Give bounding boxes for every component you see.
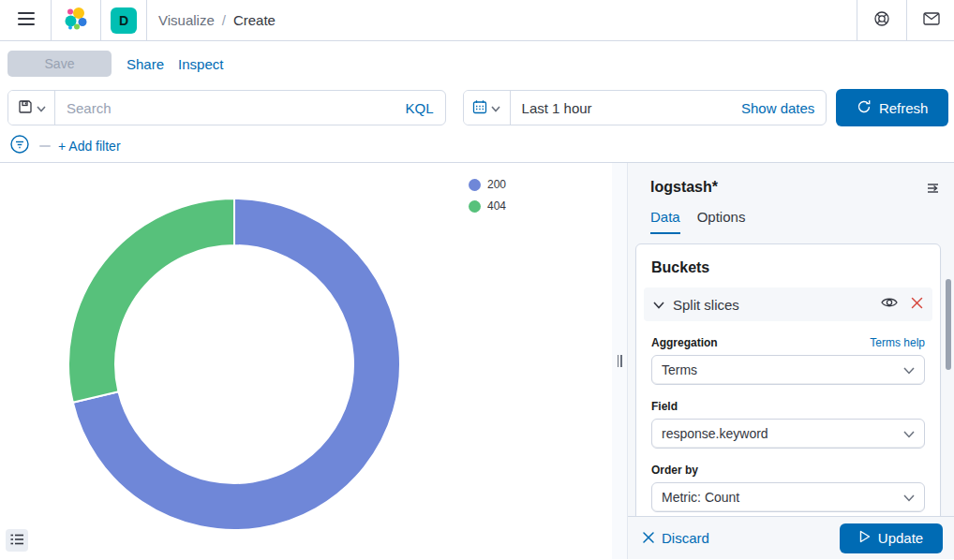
saved-query-floppy-icon: [18, 99, 33, 117]
calendar-icon: [472, 99, 487, 117]
inspect-button[interactable]: Inspect: [178, 56, 223, 72]
menu-button[interactable]: [11, 6, 41, 36]
terms-help-link[interactable]: Terms help: [870, 336, 925, 349]
sidebar-tabs: Data Options: [628, 209, 954, 234]
time-range-value[interactable]: Last 1 hour: [511, 91, 741, 125]
saved-query-menu-button[interactable]: [8, 91, 55, 125]
help-button[interactable]: [867, 6, 897, 36]
donut-chart: [0, 163, 612, 559]
time-picker-group: Last 1 hour Show dates: [463, 90, 827, 125]
order-by-label: Order by: [651, 464, 698, 477]
breadcrumb-separator: /: [222, 12, 226, 28]
divider: [100, 0, 101, 40]
refresh-button[interactable]: Refresh: [836, 89, 948, 126]
top-navigation-bar: D Visualize / Create: [0, 0, 954, 41]
header-chrome: D Visualize / Create: [0, 0, 954, 163]
save-button[interactable]: Save: [7, 51, 112, 77]
collapse-panel-icon: [926, 181, 941, 199]
refresh-label: Refresh: [879, 100, 929, 116]
chevron-down-icon[interactable]: [653, 296, 664, 313]
search-input[interactable]: [55, 91, 406, 125]
deployment-initial: D: [119, 13, 128, 28]
field-select[interactable]: response.keyword: [651, 419, 925, 449]
discard-button[interactable]: Discard: [643, 530, 709, 546]
elastic-logo: [64, 7, 88, 34]
field-label: Field: [651, 400, 678, 413]
chart-legend: 200404: [469, 178, 506, 221]
time-picker-menu-button[interactable]: [464, 91, 511, 125]
split-slices-actions: [881, 296, 923, 313]
chevron-down-icon: [491, 101, 500, 115]
scrollbar-thumb[interactable]: [946, 279, 951, 370]
split-slices-body: Aggregation Terms help Terms Field respo…: [644, 336, 932, 512]
filter-bar-row: + Add filter: [0, 129, 954, 162]
index-pattern-title: logstash*: [650, 179, 718, 195]
sidebar-scroll-area: Buckets Split slices: [628, 234, 954, 516]
share-button[interactable]: Share: [127, 56, 164, 72]
legend-item[interactable]: 404: [469, 199, 506, 213]
breadcrumb-visualize[interactable]: Visualize: [158, 12, 215, 28]
query-bar-row: KQL Last 1 hour Show dates: [0, 86, 954, 129]
close-x-icon: [643, 530, 654, 546]
aggregation-value: Terms: [662, 362, 697, 377]
breadcrumb: Visualize / Create: [158, 12, 276, 28]
kql-language-button[interactable]: KQL: [406, 91, 445, 125]
resize-grip-icon: [618, 355, 622, 367]
divider: [51, 0, 52, 40]
newsfeed-mail-icon: [923, 12, 940, 28]
chevron-down-icon: [903, 426, 915, 441]
deployment-badge[interactable]: D: [111, 7, 137, 34]
top-nav-right: [847, 0, 954, 40]
main-content: 200404 logstash*: [0, 163, 954, 559]
search-bar-group: KQL: [7, 90, 446, 125]
tab-options[interactable]: Options: [697, 209, 746, 234]
editor-sidebar: logstash* Data Options Buckets: [627, 163, 954, 559]
chevron-down-icon: [903, 490, 915, 505]
play-icon: [859, 530, 871, 546]
tab-data[interactable]: Data: [650, 209, 680, 234]
top-nav-left: D Visualize / Create: [0, 0, 276, 40]
home-button[interactable]: [61, 6, 91, 36]
split-slices-label: Split slices: [673, 297, 739, 313]
legend-list-icon: [10, 534, 23, 548]
toolbar-row: Save Share Inspect: [0, 41, 954, 86]
filter-circle-icon: [9, 134, 30, 157]
update-button[interactable]: Update: [840, 523, 943, 553]
divider: [857, 0, 857, 40]
field-value: response.keyword: [662, 426, 768, 441]
visualization-canvas: 200404: [0, 163, 612, 559]
collapse-panel-button[interactable]: [922, 178, 945, 200]
order-by-value: Metric: Count: [662, 490, 739, 505]
aggregation-select[interactable]: Terms: [651, 355, 925, 385]
buckets-card: Buckets Split slices: [635, 243, 941, 516]
divider: [146, 0, 147, 40]
help-lifebuoy-icon: [873, 10, 890, 30]
donut-slice-404[interactable]: [68, 199, 234, 403]
add-filter-button[interactable]: + Add filter: [58, 139, 121, 154]
buckets-title: Buckets: [644, 252, 932, 287]
discard-label: Discard: [662, 530, 709, 546]
refresh-icon: [857, 99, 872, 117]
newsfeed-button[interactable]: [917, 6, 947, 36]
show-dates-button[interactable]: Show dates: [741, 91, 826, 125]
update-label: Update: [878, 530, 923, 546]
legend-label: 404: [487, 199, 506, 213]
filter-pin-divider: [39, 145, 51, 147]
sidebar-header: logstash*: [628, 163, 954, 196]
order-by-select[interactable]: Metric: Count: [651, 482, 925, 512]
divider: [906, 0, 907, 40]
filter-options-button[interactable]: [7, 134, 32, 158]
legend-item[interactable]: 200: [469, 178, 506, 191]
legend-label: 200: [487, 178, 506, 191]
legend-toggle-button[interactable]: [6, 529, 28, 552]
eye-toggle-icon[interactable]: [881, 296, 898, 313]
chevron-down-icon: [37, 101, 46, 115]
chevron-down-icon: [903, 362, 915, 377]
hamburger-icon: [17, 11, 36, 29]
breadcrumb-create: Create: [233, 12, 276, 28]
legend-dot: [469, 200, 481, 213]
remove-bucket-x-icon[interactable]: [911, 296, 923, 313]
split-slices-header: Split slices: [644, 287, 932, 321]
panel-resizer[interactable]: [612, 163, 627, 559]
aggregation-label: Aggregation: [651, 336, 718, 349]
